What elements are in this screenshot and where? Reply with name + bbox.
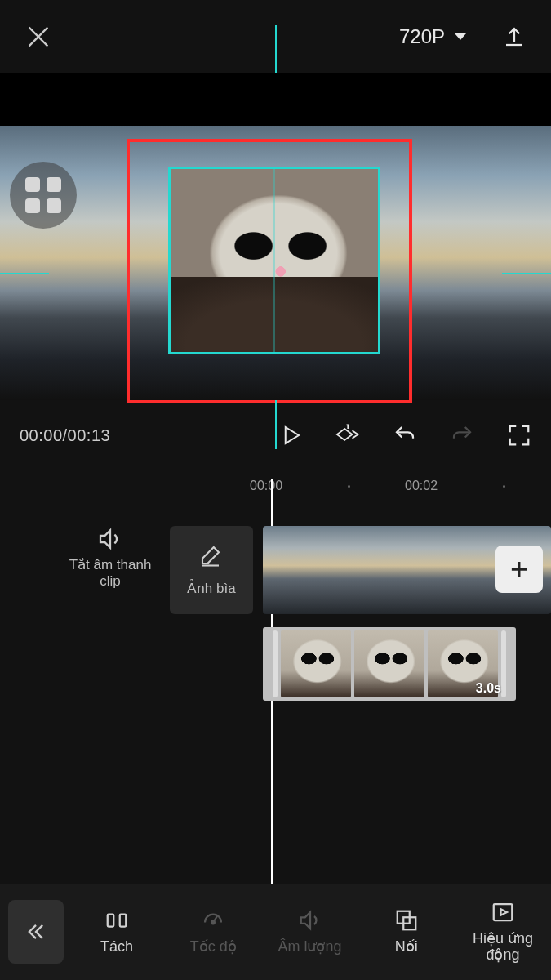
svg-rect-10 [108, 915, 114, 927]
ruler-tick-label: 00:02 [405, 479, 438, 493]
alignment-guide-right [502, 273, 551, 274]
layout-grid-button[interactable] [10, 162, 77, 229]
overlay-thumb [354, 630, 424, 697]
tool-split[interactable]: Tách [69, 908, 165, 956]
plus-icon: + [510, 552, 528, 587]
time-display: 00:00/00:13 [20, 426, 158, 445]
chevrons-left-icon [24, 920, 47, 943]
speaker-icon [97, 526, 123, 552]
cover-label: Ảnh bìa [187, 581, 235, 597]
bottom-toolbar: Tách Tốc độ Âm lượng Nối [0, 884, 551, 980]
tool-label: Nối [395, 939, 418, 956]
svg-rect-11 [120, 915, 127, 927]
tool-volume[interactable]: Âm lượng [261, 908, 358, 956]
add-clip-button[interactable]: + [495, 546, 543, 593]
timeline-ruler[interactable]: 00:00 00:02 [0, 470, 551, 505]
svg-marker-14 [300, 912, 309, 929]
tool-speed[interactable]: Tốc độ [165, 908, 261, 956]
resolution-label: 720P [399, 25, 445, 48]
join-icon [394, 908, 419, 933]
overlay-clip-bounds[interactable] [168, 167, 380, 354]
tool-join[interactable]: Nối [358, 908, 455, 956]
close-button[interactable] [24, 23, 52, 51]
mute-clip-button[interactable]: Tắt âm thanh clip [57, 526, 163, 590]
overlay-thumb [281, 630, 351, 697]
center-tick [273, 352, 275, 354]
timeline[interactable]: Tắt âm thanh clip Ảnh bìa + 3.0s [0, 513, 551, 725]
tool-label: Âm lượng [278, 939, 341, 956]
redo-button[interactable] [450, 423, 474, 448]
top-right-group: 720P [399, 24, 527, 49]
clip-handle-left[interactable] [273, 630, 278, 697]
keyframe-button[interactable] [335, 423, 360, 448]
resolution-selector[interactable]: 720P [399, 25, 466, 48]
svg-marker-18 [500, 909, 507, 915]
alignment-guide-left [0, 273, 49, 274]
ruler-tick-label: 00:00 [250, 479, 282, 493]
fullscreen-button[interactable] [507, 423, 531, 448]
back-button[interactable] [8, 900, 64, 964]
play-button[interactable] [278, 423, 303, 448]
split-icon [104, 908, 129, 933]
chevron-down-icon [455, 33, 466, 40]
overlay-duration-label: 3.0s [476, 681, 501, 696]
export-button[interactable] [502, 24, 527, 49]
undo-button[interactable] [393, 423, 417, 448]
speed-icon [201, 908, 225, 933]
svg-rect-17 [494, 904, 513, 920]
mute-label: Tắt âm thanh clip [57, 557, 163, 590]
animation-icon [491, 900, 515, 924]
overlay-track-clip[interactable]: 3.0s [263, 627, 516, 701]
tool-animation[interactable]: Hiệu ứng động [455, 900, 551, 964]
ruler-dot [348, 485, 350, 488]
tool-label: Hiệu ứng động [455, 931, 551, 964]
tool-label: Tốc độ [190, 939, 237, 956]
clip-handle-right[interactable] [501, 630, 506, 697]
cover-image-button[interactable]: Ảnh bìa [170, 526, 253, 614]
grid-icon [25, 177, 61, 213]
svg-marker-8 [100, 530, 110, 547]
ruler-dot [503, 485, 505, 488]
preview-canvas[interactable] [0, 74, 551, 400]
volume-icon [298, 908, 322, 933]
svg-marker-4 [286, 427, 299, 443]
svg-point-13 [211, 921, 215, 924]
tool-label: Tách [100, 939, 133, 956]
center-guide-vertical [273, 169, 275, 352]
svg-marker-7 [337, 429, 353, 440]
edit-icon [198, 543, 224, 569]
